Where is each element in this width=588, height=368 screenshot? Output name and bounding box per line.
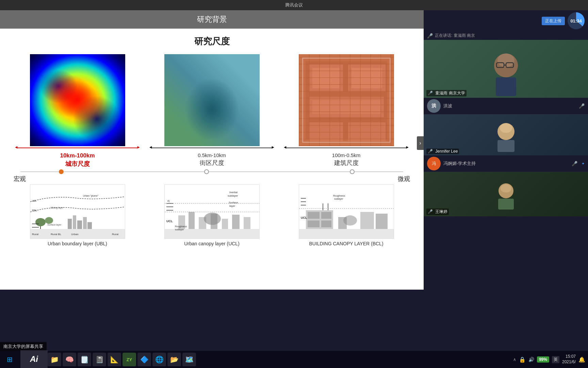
ucl-diagram-item: Inertial sublayer Surface layer Roughnes… xyxy=(151,184,273,246)
svg-rect-47 xyxy=(222,219,228,229)
diagrams-row: PBL UBL Urban "plume" Mixing layer Surfa… xyxy=(10,184,413,246)
speaker-text: 正在讲话: 童滋雨 南京 xyxy=(435,33,475,39)
city-scale-item: 10km-100km 城市尺度 xyxy=(17,54,138,168)
svg-rect-64 xyxy=(299,229,394,239)
upload-button[interactable]: 正在上传 xyxy=(542,17,565,25)
svg-point-29 xyxy=(45,217,53,224)
timeline-line xyxy=(20,171,403,172)
tray-up-arrow[interactable]: ∧ xyxy=(513,357,516,362)
ubl-diagram-item: PBL UBL Urban "plume" Mixing layer Surfa… xyxy=(17,184,138,246)
taskbar-right: ∧ 🔒 🔊 99% 英 15:07 2021/6/ 🔔 xyxy=(513,354,585,365)
svg-point-90 xyxy=(500,123,512,133)
battery-indicator: 99% xyxy=(537,356,549,363)
slide-content: 研究尺度 10km-100km 城市尺度 xyxy=(0,29,424,290)
building-scale-item: 100m-0.5km 建筑尺度 xyxy=(286,54,407,167)
micro-label: 微观 xyxy=(398,175,410,183)
brain-icon[interactable]: 🧠 xyxy=(63,353,76,366)
district-scale-arrow xyxy=(151,148,273,148)
ai-label-text: Ai xyxy=(30,354,38,364)
city-arrow-line xyxy=(17,148,138,148)
mindmap-icon[interactable]: 🗺️ xyxy=(182,353,196,366)
hongbo-mic-icon: 🎤 xyxy=(579,103,585,109)
svg-text:Roughness: Roughness xyxy=(175,225,187,228)
svg-rect-10 xyxy=(232,75,243,81)
svg-rect-20 xyxy=(352,68,382,88)
network-icon: 🔒 xyxy=(519,356,526,363)
bcl-label: BUILDING CANOPY LAYER (BCL) xyxy=(309,241,383,246)
building-scale-arrow xyxy=(286,148,407,148)
wang-name-text: 王琳婷 xyxy=(435,209,447,214)
notification-icon[interactable]: 🔔 xyxy=(578,356,585,363)
jennifer-name-text: Jennifer Lee xyxy=(435,149,458,154)
svg-rect-66 xyxy=(308,212,320,219)
timeline-row xyxy=(20,171,403,172)
svg-rect-4 xyxy=(219,71,234,81)
district-scale-range: 0.5km-10km xyxy=(198,152,226,158)
city-scale-arrow xyxy=(17,148,138,148)
svg-point-73 xyxy=(343,215,357,226)
slide-subtitle: 研究尺度 xyxy=(10,35,413,47)
date-display: 2021/6/ xyxy=(562,359,576,365)
wang-video: 🎤 王琳婷 xyxy=(424,172,588,216)
svg-rect-25 xyxy=(77,220,82,229)
feng-avatar: 冯 xyxy=(427,157,441,170)
hongbo-avatar: 洪 xyxy=(427,99,441,113)
svg-text:Rural BL: Rural BL xyxy=(51,233,62,236)
svg-rect-5 xyxy=(232,85,251,98)
svg-text:UBL: UBL xyxy=(32,200,37,202)
svg-point-50 xyxy=(204,213,221,225)
wang-name: 🎤 王琳婷 xyxy=(426,209,449,215)
folder-icon[interactable]: 📂 xyxy=(167,353,181,366)
svg-rect-21 xyxy=(312,100,380,114)
svg-text:Mixing layer: Mixing layer xyxy=(51,206,64,209)
svg-rect-48 xyxy=(232,215,240,229)
participant-row-hongbo: 洪 洪波 🎤 xyxy=(424,98,588,114)
speaker-info: 🎤 正在讲话: 童滋雨 南京 xyxy=(424,31,588,40)
speaker-icon[interactable]: 🔊 xyxy=(528,357,534,362)
speaker-face-bg xyxy=(424,40,588,98)
ubl-diagram-box: PBL UBL Urban "plume" Mixing layer Surfa… xyxy=(30,184,125,239)
onenote-icon[interactable]: 🗒️ xyxy=(78,353,91,366)
main-speaker-video: 🎤 童滋雨 南京大学 xyxy=(424,40,588,98)
chrome-icon[interactable]: 🌐 xyxy=(152,353,166,366)
presentation-area: 研究背景 研究尺度 10km-100km 城市尺度 xyxy=(0,10,424,290)
svg-rect-9 xyxy=(175,95,190,112)
svg-point-1 xyxy=(192,92,232,126)
building-scale-range: 100m-0.5km xyxy=(332,152,360,158)
language-indicator[interactable]: 英 xyxy=(552,356,559,363)
app-icon-1[interactable]: 📐 xyxy=(108,353,121,366)
district-visualization xyxy=(164,54,260,146)
svg-rect-3 xyxy=(198,64,215,76)
windows-button[interactable]: ⊞ xyxy=(3,353,16,366)
participant-row-feng: 冯 冯婀媚-学术主持 🎤 ✦ xyxy=(424,155,588,172)
timeline-dot-district xyxy=(204,169,209,174)
building-scale-image xyxy=(299,54,394,146)
panel-expand-arrow[interactable]: › xyxy=(417,136,424,150)
screen-share-label: 南京大学的屏幕共享 xyxy=(0,342,47,351)
city-scale-range: 10km-100km xyxy=(60,152,95,159)
svg-text:Surface layer: Surface layer xyxy=(47,224,62,226)
timeline-dot-city xyxy=(59,169,64,174)
right-panel: 正在上传 01:34 🎤 正在讲话: 童滋雨 南京 🎤 童滋雨 南京大学 xyxy=(424,10,588,290)
svg-text:PBL: PBL xyxy=(32,209,37,212)
district-arrow-line xyxy=(151,148,273,148)
svg-rect-2 xyxy=(175,68,195,81)
ucl-diagram-box: Inertial sublayer Surface layer Roughnes… xyxy=(164,184,260,239)
svg-text:sublayer: sublayer xyxy=(334,198,343,200)
zy-icon[interactable]: ZY xyxy=(122,353,136,366)
macro-micro-row: 宏观 微观 xyxy=(10,175,413,183)
district-scale-item: 0.5km-10km 街区尺度 xyxy=(151,54,273,167)
svg-point-93 xyxy=(501,184,511,193)
title-bar: 腾讯会议 xyxy=(0,0,588,10)
ubl-label: Urban boundary layer (UBL) xyxy=(48,241,107,246)
onenote2-icon[interactable]: 📓 xyxy=(93,353,106,366)
feng-host-icon: ✦ xyxy=(582,162,585,166)
app-icon-2[interactable]: 🔷 xyxy=(137,353,151,366)
taskbar: ⊞ ○ 📁 🧠 🗒️ 📓 📐 ZY 🔷 🌐 📂 🗺️ Ai ∧ 🔒 🔊 99% … xyxy=(0,351,588,368)
ai-label[interactable]: Ai xyxy=(20,350,48,368)
svg-rect-0 xyxy=(164,54,260,146)
svg-text:Urban "plume": Urban "plume" xyxy=(83,195,99,197)
panel-top: 正在上传 01:34 xyxy=(424,10,588,31)
file-manager-icon[interactable]: 📁 xyxy=(48,353,61,366)
city-scale-name: 城市尺度 xyxy=(65,160,90,168)
